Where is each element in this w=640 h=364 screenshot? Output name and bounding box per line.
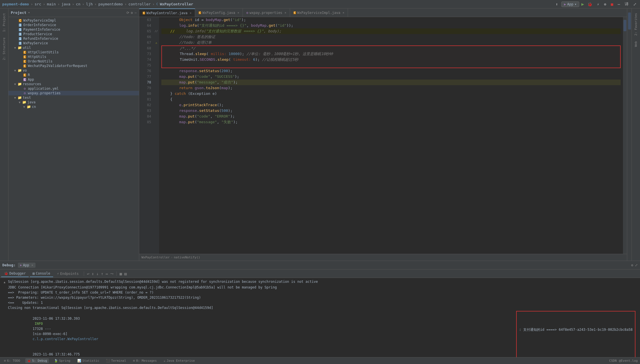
debug-status-icon: 🐞 — [27, 359, 31, 363]
tree-item-util-folder[interactable]: ▼ 📁 util — [9, 45, 139, 50]
gutter-80 — [153, 91, 159, 97]
tab-close-icon[interactable]: ✕ — [343, 11, 344, 14]
tree-item-test-folder[interactable]: ▼ 📁 test — [9, 95, 139, 100]
debug-app-tab[interactable]: ▶ App ✕ — [18, 263, 36, 268]
sidebar-dropdown-icon[interactable]: ▾ — [28, 11, 30, 14]
tree-item-ordernoutil[interactable]: C OrderNoUtils — [9, 59, 139, 64]
tree-item-paymentinfoservice[interactable]: I PaymentInfoService — [9, 27, 139, 32]
console-line-4: ==> Parameters: weixin://wxpay/bizpayurl… — [2, 295, 638, 300]
tree-item-productservice[interactable]: I ProductService — [9, 32, 139, 36]
tab-wxpaycontroller[interactable]: C WxPayController.java ✕ — [139, 9, 195, 17]
console-tab[interactable]: ▤ Console — [30, 270, 53, 277]
project-tool-tab[interactable]: 1: Project — [1, 11, 7, 34]
scrollbar-right[interactable] — [623, 17, 627, 254]
favorites-tab[interactable]: 2: Favorites — [633, 11, 639, 38]
tree-item-application-yml[interactable]: ⚙ application.yml — [9, 86, 139, 91]
console-output[interactable]: ▲ SqlSession [org.apache.ibatis.session.… — [0, 278, 640, 357]
notify-id-1: : 支付通知的id ====> 64f8e457-a243-53e1-bc19-… — [519, 327, 633, 332]
gutter-83 — [153, 108, 159, 114]
tab-wxpayserviceimpl[interactable]: C WxPayServiceImpl.java ✕ — [290, 9, 348, 17]
arrow-icon: ▼ — [13, 69, 17, 72]
app-run-config[interactable]: ▶ App ▾ — [561, 1, 579, 7]
code-content[interactable]: Object id = bodyMap.get("id"); log.info(… — [159, 17, 623, 254]
run-to-cursor-icon[interactable]: ↔ — [105, 271, 109, 277]
status-tab-java-enterprise[interactable]: ☕ Java Enterprise — [162, 358, 197, 363]
tree-item-cn-folder[interactable]: ▼ 📁 cn — [9, 104, 139, 109]
i-icon: I — [18, 32, 23, 36]
resume-icon[interactable]: ↩ — [86, 271, 90, 277]
tab-c-icon: C — [143, 12, 145, 14]
tree-item-r[interactable]: C R — [9, 73, 139, 77]
status-tab-debug[interactable]: 🐞 5: Debug — [25, 358, 49, 363]
tree-item-wxpayserviceimpl[interactable]: C WxPayServiceImpl — [9, 18, 139, 23]
tab-close-icon[interactable]: ✕ — [190, 11, 191, 14]
status-tab-terminal[interactable]: ⬛ Terminal — [104, 358, 128, 363]
debug-button[interactable]: 🐞 — [586, 1, 593, 7]
sync-icon[interactable]: ⟳ — [126, 11, 129, 15]
console-line-1: ▲ SqlSession [org.apache.ibatis.session.… — [2, 279, 638, 285]
stop-button[interactable]: ■ — [610, 1, 614, 7]
console-line-3: ==> Preparing: UPDATE t_order_info SET c… — [2, 290, 638, 295]
bottom-panel: Debug: ▶ App ✕ ⚙ ⤢ 🐞 Debugger ▤ Console … — [0, 261, 640, 357]
folder-icon: 📁 — [17, 46, 22, 50]
status-tab-spring[interactable]: 🍃 Spring — [52, 358, 72, 363]
tab-close-icon[interactable]: ✕ — [285, 11, 286, 14]
line-num-84: 84 — [141, 114, 151, 119]
step-over-icon[interactable]: ↕ — [91, 271, 94, 277]
translate-button[interactable]: 译 — [624, 1, 630, 7]
evaluate-icon[interactable]: ⤳ — [110, 271, 114, 277]
status-tab-messages[interactable]: ≡ 0: Messages — [131, 358, 158, 363]
tree-item-app[interactable]: C App — [9, 77, 139, 82]
tree-item-wxpayservice[interactable]: I WxPayService — [9, 41, 139, 45]
debugger-tab[interactable]: 🐞 Debugger — [1, 270, 29, 277]
console-line-2: JDBC Connection [HikariProxyConnection@1… — [2, 285, 638, 290]
coverage-button[interactable]: ⚡ — [596, 1, 600, 7]
tree-item-orderinfoservice[interactable]: I OrderInfoService — [9, 23, 139, 27]
more-button[interactable]: ⋯ — [617, 1, 621, 7]
project-name[interactable]: payment-demo — [2, 2, 29, 6]
endpoints-tab[interactable]: ⚡ Endpoints — [54, 271, 82, 277]
minimap-scroll-indicator[interactable] — [628, 12, 631, 30]
gutter-67: ⚠ — [153, 40, 159, 45]
tab-close-icon[interactable]: ✕ — [237, 11, 239, 14]
tree-item-wxpay-properties[interactable]: ⚙ wxpay.properties — [9, 91, 139, 95]
web-tab[interactable]: Web — [633, 39, 639, 49]
fullscreen-button[interactable]: ⤢ — [632, 1, 638, 7]
c-icon: C — [22, 73, 27, 77]
step-out-icon[interactable]: ↑ — [100, 271, 104, 277]
structure-tool-tab[interactable]: 2: Structure — [1, 35, 7, 62]
code-line-68: /*...*/ — [161, 45, 621, 51]
tree-item-refundinfoservice[interactable]: I RefundInfoService — [9, 36, 139, 41]
tab-wxpayconfig[interactable]: C WxPayConfig.java ✕ — [195, 9, 243, 17]
gutter-78 — [153, 80, 159, 85]
line-num-67: 67 — [141, 40, 151, 45]
current-file: WxPayController — [160, 2, 193, 6]
status-tab-statistic[interactable]: 📊 Statistic — [76, 358, 101, 363]
tab-label: WxPayController.java — [146, 11, 187, 15]
tree-item-httputils[interactable]: C HttpUtils — [9, 55, 139, 59]
run-button[interactable]: ▶ — [581, 1, 584, 7]
tree-item-vo-folder[interactable]: ▼ 📁 vo — [9, 68, 139, 73]
scrollbar-thumb[interactable] — [624, 20, 626, 31]
frames-icon[interactable]: ▦ — [119, 271, 122, 277]
c-icon: C — [22, 78, 27, 81]
git-icon[interactable]: ⬆ — [554, 1, 559, 7]
folder-icon: 📁 — [17, 96, 22, 100]
line-num-63: 63 — [141, 17, 151, 23]
tree-item-resources-folder[interactable]: ▼ 📁 resources — [9, 82, 139, 86]
tree-item-httpclientutils[interactable]: C HttpClientUtils — [9, 50, 139, 55]
step-into-icon[interactable]: ↓ — [96, 271, 99, 277]
gear-icon[interactable]: ⚙ — [131, 11, 133, 15]
tree-item-java-folder[interactable]: ▼ 📁 java — [9, 100, 139, 104]
code-line-83: response.setStatus(500); — [161, 108, 621, 114]
gutter-68 — [153, 45, 159, 51]
status-tab-todo[interactable]: ≡ 6: TODO — [2, 358, 22, 363]
settings-icon[interactable]: ⚙ — [631, 263, 633, 267]
tree-item-wechatpay2validator[interactable]: C WechatPay2ValidatorForRequest — [9, 64, 139, 68]
variables-icon[interactable]: ▤ — [124, 271, 127, 277]
expand-icon[interactable]: ⤢ — [635, 263, 638, 267]
profiler-button[interactable]: ⊕ — [603, 1, 607, 7]
tab-wxpay-properties[interactable]: ⚙ wxpay.properties ✕ — [243, 9, 290, 17]
collapse-icon[interactable]: — — [135, 11, 137, 15]
close-tab-icon[interactable]: ✕ — [32, 263, 33, 267]
